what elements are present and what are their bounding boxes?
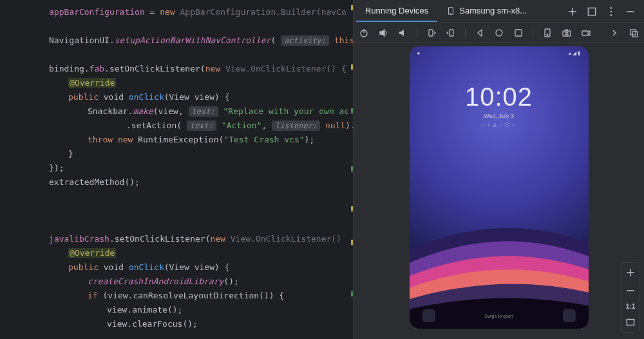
svg-rect-20 xyxy=(630,30,636,35)
device-toolbar xyxy=(354,23,644,43)
tabs-bar: Running Devices Samsung sm-x8... xyxy=(354,0,644,23)
code-line xyxy=(10,19,353,34)
separator xyxy=(417,27,417,39)
device-lockscreen: 10:02 Wed, July 3 ○ ♪ △ ○ ⬡ ○ xyxy=(410,82,589,128)
svg-point-13 xyxy=(496,30,502,36)
volume-up-icon[interactable] xyxy=(378,28,388,38)
layers-icon[interactable] xyxy=(629,28,639,38)
code-line: javalibCrash.setOnClickListener(new View… xyxy=(10,232,353,246)
svg-rect-4 xyxy=(588,8,595,15)
zoom-reset-button[interactable]: 1:1 xyxy=(626,303,635,310)
window-button[interactable] xyxy=(586,6,598,17)
device-preview-area: ●▴ ◢ ▮ 10:02 Wed, July 3 ○ ♪ △ ○ ⬡ ○ Swi… xyxy=(354,43,644,339)
code-line xyxy=(10,218,353,232)
svg-rect-21 xyxy=(632,32,638,37)
code-line: public void onClick(View view) { xyxy=(10,90,353,104)
svg-rect-25 xyxy=(627,320,634,325)
tab-device[interactable]: Samsung sm-x8... xyxy=(437,1,536,22)
code-line xyxy=(10,189,353,204)
zoom-out-button[interactable] xyxy=(625,285,636,296)
swipe-hint: Swipe to open xyxy=(484,314,513,318)
phone-icon xyxy=(422,309,435,322)
device-screen[interactable]: ●▴ ◢ ▮ 10:02 Wed, July 3 ○ ♪ △ ○ ⬡ ○ Swi… xyxy=(410,46,589,329)
chevron-right-icon[interactable] xyxy=(609,28,620,38)
code-line: NavigationUI.setupActionBarWithNavContro… xyxy=(10,34,353,48)
nav-back-icon[interactable] xyxy=(475,28,485,38)
svg-rect-11 xyxy=(429,30,433,36)
code-line: @Override xyxy=(10,76,353,90)
rotate-left-icon[interactable] xyxy=(426,28,437,38)
code-line: }); xyxy=(10,161,353,175)
running-devices-panel: Running Devices Samsung sm-x8... xyxy=(353,0,644,339)
add-tab-button[interactable] xyxy=(567,6,578,17)
svg-point-6 xyxy=(611,10,612,12)
code-editor[interactable]: appBarConfiguration = new AppBarConfigur… xyxy=(0,0,353,339)
screenshot-icon[interactable] xyxy=(562,28,572,38)
device-bottom-bar: Swipe to open xyxy=(410,309,589,322)
gutter-marker[interactable] xyxy=(351,166,353,171)
svg-rect-17 xyxy=(563,31,571,36)
device-icon xyxy=(446,6,455,15)
device-indicators: ○ ♪ △ ○ ⬡ ○ xyxy=(410,122,589,128)
code-line: view.animate(); xyxy=(10,303,353,317)
code-line: .setAction( text: "Action", listener: nu… xyxy=(10,119,353,133)
code-line: binding.fab.setOnClickListener(new View.… xyxy=(10,62,353,76)
device-settings-icon[interactable] xyxy=(542,28,553,38)
separator xyxy=(533,27,533,39)
device-time: 10:02 xyxy=(410,82,589,111)
gutter-marker[interactable] xyxy=(351,64,353,70)
power-icon[interactable] xyxy=(359,28,369,38)
code-line: createCrashInAndroidLibrary(); xyxy=(10,275,353,289)
zoom-in-button[interactable] xyxy=(625,267,636,278)
code-line xyxy=(10,204,353,218)
zoom-fit-button[interactable] xyxy=(625,316,636,328)
more-options-button[interactable] xyxy=(605,6,617,17)
minimize-button[interactable] xyxy=(625,6,636,17)
code-line: @Override xyxy=(10,246,353,260)
gutter-marker[interactable] xyxy=(351,108,353,113)
device-status-bar: ●▴ ◢ ▮ xyxy=(410,50,589,56)
svg-point-5 xyxy=(611,7,612,9)
svg-point-18 xyxy=(565,32,568,35)
gutter-marker[interactable] xyxy=(351,291,353,296)
code-line xyxy=(10,48,353,62)
gutter-marker[interactable] xyxy=(351,5,353,10)
code-line: } xyxy=(10,147,353,161)
rotate-right-icon[interactable] xyxy=(446,28,456,38)
code-line: public void onClick(View view) { xyxy=(10,260,353,275)
nav-overview-icon[interactable] xyxy=(513,28,524,38)
code-line: throw new RuntimeException("Test Crash v… xyxy=(10,133,353,147)
volume-down-icon[interactable] xyxy=(397,28,408,38)
nav-home-icon[interactable] xyxy=(494,28,504,38)
code-line: Snackbar.make(view, text: "Replace with … xyxy=(10,104,353,119)
gutter-marker[interactable] xyxy=(351,206,353,211)
svg-point-16 xyxy=(547,34,548,35)
zoom-controls: 1:1 xyxy=(621,262,640,333)
code-line: extractedMethod(); xyxy=(10,175,353,189)
separator xyxy=(465,27,466,39)
svg-rect-12 xyxy=(450,30,453,36)
tab-running-devices[interactable]: Running Devices xyxy=(356,1,437,22)
record-icon[interactable] xyxy=(581,28,591,38)
svg-rect-14 xyxy=(515,30,522,36)
device-date: Wed, July 3 xyxy=(410,113,589,119)
svg-rect-19 xyxy=(582,31,588,35)
svg-point-7 xyxy=(611,14,612,16)
camera-icon xyxy=(563,309,576,322)
code-line: view.clearFocus(); xyxy=(10,317,353,331)
code-line: appBarConfiguration = new AppBarConfigur… xyxy=(10,5,353,19)
gutter-marker[interactable] xyxy=(351,240,353,245)
code-line: if (view.canResolveLayoutDirection()) { xyxy=(10,289,353,303)
